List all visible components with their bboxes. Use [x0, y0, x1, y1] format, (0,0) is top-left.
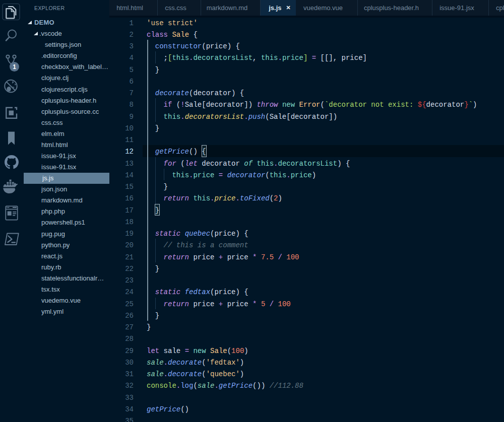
svg-text:1: 1: [13, 63, 16, 71]
